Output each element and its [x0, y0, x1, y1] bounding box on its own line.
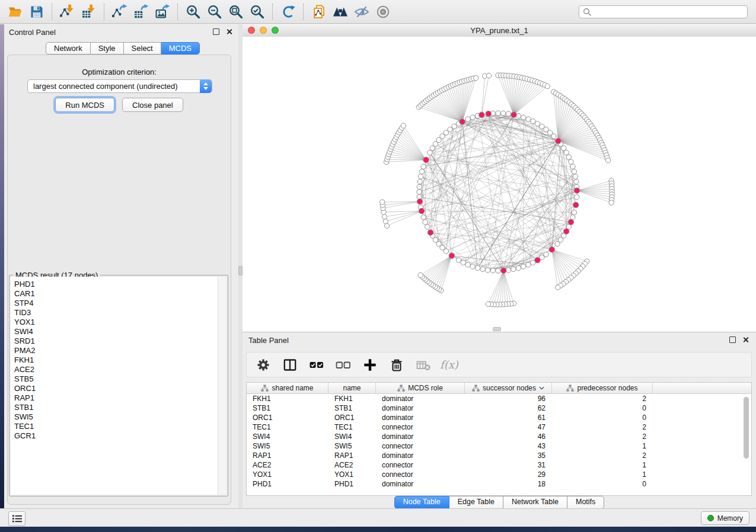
table-splitter-handle[interactable]: [493, 327, 501, 331]
tab-style[interactable]: Style: [91, 42, 124, 55]
panel-splitter-handle[interactable]: [238, 266, 243, 275]
close-panel-button[interactable]: Close panel: [122, 98, 183, 112]
table-row[interactable]: RAP1RAP1dominator352: [247, 451, 751, 460]
toolbar-button-hide-eye[interactable]: [351, 2, 372, 21]
search-input[interactable]: [591, 7, 744, 17]
toolbar-button-export-table[interactable]: [130, 2, 152, 21]
delete-table-icon: [416, 357, 431, 373]
run-mcds-button[interactable]: Run MCDS: [55, 98, 114, 112]
toolbar-button-zoom-out[interactable]: [204, 2, 225, 21]
mcds-list-scrollbar[interactable]: [218, 277, 227, 495]
zoom-selected-icon: [250, 4, 265, 20]
toolbar-button-import-table[interactable]: [78, 2, 100, 21]
show-panels-button[interactable]: [8, 511, 25, 526]
toolbar-button-show-eye[interactable]: [372, 2, 394, 21]
tab-mcds[interactable]: MCDS: [161, 42, 200, 55]
table-toolbar-unselect-all-button[interactable]: [336, 357, 351, 373]
toolbar-separator: [272, 4, 273, 20]
column-label: shared name: [272, 384, 313, 392]
cytoscape-app: Control Panel NetworkStyleSelectMCDS Opt…: [0, 0, 756, 532]
table-toolbar-select-all-button[interactable]: [309, 357, 324, 373]
mcds-result-item: ACE2: [14, 365, 227, 374]
table-row[interactable]: STB1STB1dominator620: [247, 403, 751, 413]
zoom-in-icon: [186, 4, 201, 20]
toolbar-button-zoom-in[interactable]: [183, 2, 204, 21]
table-row[interactable]: YOX1YOX1connector291: [247, 470, 751, 479]
search-box: [579, 5, 748, 18]
cell-successor-nodes: 18: [465, 480, 552, 488]
unselect-all-icon: [336, 357, 351, 373]
toolbar-button-export-network[interactable]: [109, 2, 130, 21]
table-row[interactable]: TEC1TEC1connector472: [247, 422, 751, 432]
table-panel-window-icons: [729, 336, 749, 343]
table-row[interactable]: PHD1PHD1dominator180: [247, 479, 751, 489]
table-row[interactable]: SWI5SWI5connector431: [247, 441, 751, 451]
toolbar-button-import-network[interactable]: [57, 2, 78, 21]
cell-shared-name: SWI4: [247, 432, 328, 441]
float-panel-icon[interactable]: [213, 28, 219, 35]
column-label: successor nodes: [483, 384, 536, 392]
select-stepper-icon: [200, 79, 212, 93]
cell-name: SWI5: [328, 442, 376, 450]
network-canvas[interactable]: [243, 37, 756, 332]
mcds-result-item: PHD1: [14, 280, 227, 289]
mcds-result-list: PHD1CAR1STP4TID3YOX1SWI4SRD1PMA2FKH1ACE2…: [11, 277, 227, 495]
cell-predecessor-nodes: 2: [552, 423, 653, 431]
toolbar-button-zoom-selected[interactable]: [247, 2, 268, 21]
column-header-MCDS-role[interactable]: MCDS role: [376, 383, 465, 393]
float-table-panel-icon[interactable]: [729, 336, 736, 343]
table-toolbar-delete-button[interactable]: [389, 357, 404, 373]
node-table: shared namenameMCDS rolesuccessor nodesp…: [246, 382, 752, 496]
select-all-icon: [309, 357, 324, 373]
column-header-predecessor-nodes[interactable]: predecessor nodes: [552, 383, 653, 393]
tab-network[interactable]: Network: [46, 42, 91, 55]
close-table-panel-icon[interactable]: [742, 336, 749, 343]
memory-status-icon: [707, 515, 714, 521]
toolbar-button-save[interactable]: [26, 2, 47, 21]
tab-motifs[interactable]: Motifs: [567, 496, 604, 509]
save-icon: [29, 4, 44, 20]
memory-button[interactable]: Memory: [701, 511, 749, 525]
cell-shared-name: ACE2: [247, 461, 328, 469]
toolbar-button-zoom-fit[interactable]: [225, 2, 247, 21]
toolbar-button-refresh[interactable]: [277, 2, 299, 21]
table-header-row: shared namenameMCDS rolesuccessor nodesp…: [247, 383, 751, 394]
mcds-result-item: STP4: [14, 299, 227, 308]
table-row[interactable]: SWI4SWI4dominator462: [247, 432, 751, 441]
tab-edge-table[interactable]: Edge Table: [449, 496, 503, 509]
cell-predecessor-nodes: 0: [552, 480, 653, 488]
toolbar-button-open-folder[interactable]: [5, 2, 26, 21]
table-row[interactable]: FKH1FKH1dominator962: [247, 394, 751, 403]
network-graph[interactable]: [243, 37, 755, 331]
tab-select[interactable]: Select: [124, 42, 161, 55]
refresh-icon: [280, 4, 296, 20]
table-scrollbar-thumb[interactable]: [744, 397, 749, 459]
tab-network-table[interactable]: Network Table: [503, 496, 567, 509]
column-type-icon: [397, 384, 405, 392]
cell-name: FKH1: [328, 395, 376, 403]
zoom-out-icon: [207, 4, 222, 20]
cell-name: ORC1: [328, 414, 376, 422]
column-header-name[interactable]: name: [328, 383, 376, 393]
column-header-successor-nodes[interactable]: successor nodes: [465, 383, 552, 393]
table-row[interactable]: ACE2ACE2connector311: [247, 460, 751, 470]
cell-MCDS-role: connector: [376, 470, 465, 479]
mcds-result-item: TEC1: [14, 422, 227, 431]
toolbar-button-clipboard-network[interactable]: [308, 2, 330, 21]
cell-MCDS-role: connector: [376, 461, 465, 469]
toolbar-button-export-image[interactable]: [152, 2, 173, 21]
cell-MCDS-role: dominator: [376, 404, 465, 412]
tab-node-table[interactable]: Node Table: [394, 496, 449, 509]
close-panel-icon[interactable]: [226, 28, 232, 35]
import-table-icon: [81, 4, 97, 20]
table-toolbar-add-button[interactable]: [362, 357, 378, 373]
table-toolbar-gear-button[interactable]: [256, 357, 271, 373]
column-header-shared-name[interactable]: shared name: [247, 383, 328, 393]
table-toolbar-columns-button[interactable]: [282, 357, 298, 373]
cell-MCDS-role: connector: [376, 442, 465, 450]
toolbar-button-binoculars[interactable]: [330, 2, 351, 21]
cell-shared-name: PHD1: [247, 480, 328, 488]
table-row[interactable]: ORC1ORC1dominator610: [247, 413, 751, 422]
column-type-icon: [472, 384, 480, 392]
optimization-criterion-select[interactable]: largest connected component (undirected): [27, 79, 212, 93]
